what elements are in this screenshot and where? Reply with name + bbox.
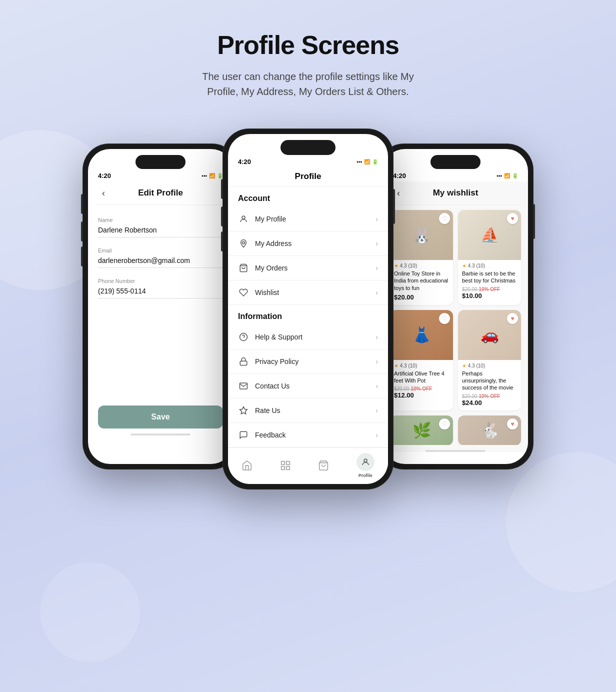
rating-1: ★ 4.3 (10) bbox=[394, 263, 449, 268]
name-label: Name bbox=[98, 217, 223, 223]
dynamic-island-left bbox=[136, 155, 186, 169]
svg-point-1 bbox=[242, 242, 245, 244]
chevron-icon: › bbox=[376, 264, 378, 272]
name-1: Online Toy Store in India from education… bbox=[394, 270, 449, 292]
price-4: $24.00 bbox=[462, 399, 517, 406]
rate-label: Rate Us bbox=[255, 406, 376, 414]
menu-item-contact[interactable]: Contact Us › bbox=[228, 374, 388, 398]
myprofile-label: My Profile bbox=[255, 215, 376, 223]
email-field[interactable]: Email darlenerobertson@gmail.com bbox=[98, 248, 223, 268]
nav-grid[interactable] bbox=[280, 460, 291, 471]
battery-icon-r: 🔋 bbox=[512, 173, 518, 178]
product-img-5: 🌿 ♡ bbox=[390, 416, 453, 445]
svg-point-0 bbox=[242, 216, 245, 219]
wifi-icon-c: 📶 bbox=[364, 159, 370, 164]
product-card-5[interactable]: 🌿 ♡ bbox=[390, 416, 453, 445]
help-label: Help & Support bbox=[255, 333, 376, 341]
wishlist-grid: 🐰 ♡ ★ 4.3 (10) Online Toy Store in India… bbox=[383, 205, 528, 445]
menu-item-rate[interactable]: Rate Us › bbox=[228, 398, 388, 423]
status-bar-right: 4:20 ▪▪▪ 📶 🔋 bbox=[383, 171, 528, 182]
name-field[interactable]: Name Darlene Robertson bbox=[98, 217, 223, 238]
menu-item-myprofile[interactable]: My Profile › bbox=[228, 207, 388, 232]
price-row-2: $20.00 10% OFF $10.00 bbox=[462, 286, 517, 300]
page-title: Profile Screens bbox=[10, 30, 606, 60]
name-3: Artificial Olive Tree 4 feet With Pot bbox=[394, 370, 449, 384]
dynamic-island-right bbox=[430, 155, 480, 169]
original-price-4: $20.00 10% OFF bbox=[462, 394, 517, 399]
location-icon bbox=[238, 238, 249, 249]
time-right: 4:20 bbox=[393, 172, 406, 180]
chevron-icon: › bbox=[376, 215, 378, 223]
discount-3: 10% OFF bbox=[410, 386, 432, 392]
product-img-4: 🚗 ♥ bbox=[458, 310, 521, 360]
profile-nav-label: Profile bbox=[358, 473, 372, 478]
phones-container: 4:20 ▪▪▪ 📶 🔋 ‹ Edit Profile Name Darlene… bbox=[0, 114, 616, 519]
wishlist-label: Wishlist bbox=[255, 288, 376, 296]
form-section: Name Darlene Robertson Email darlenerobe… bbox=[88, 205, 233, 320]
wifi-icon-r: 📶 bbox=[504, 173, 510, 178]
chevron-icon: › bbox=[376, 382, 378, 390]
rating-2: ★ 4.3 (10) bbox=[462, 263, 517, 268]
question-icon bbox=[238, 332, 249, 342]
back-button[interactable]: ‹ bbox=[96, 186, 111, 200]
menu-item-privacy[interactable]: Privacy Policy › bbox=[228, 350, 388, 374]
edit-profile-nav: ‹ Edit Profile bbox=[88, 182, 233, 204]
star-icon bbox=[238, 405, 249, 416]
wishlist-nav: ‹ My wishlist bbox=[383, 182, 528, 204]
edit-profile-screen: ‹ Edit Profile Name Darlene Robertson Em… bbox=[88, 182, 233, 436]
chevron-icon: › bbox=[376, 288, 378, 296]
chevron-icon: › bbox=[376, 358, 378, 366]
chevron-icon: › bbox=[376, 240, 378, 248]
product-card-2[interactable]: ⛵ ♥ ★ 4.3 (10) Barbie is set to be the b… bbox=[458, 210, 521, 305]
svg-marker-6 bbox=[240, 407, 248, 414]
bag-icon bbox=[238, 262, 249, 274]
heart-btn-6[interactable]: ♥ bbox=[507, 418, 518, 430]
save-button[interactable]: Save bbox=[98, 406, 223, 428]
product-card-6[interactable]: 🐇 ♥ bbox=[458, 416, 521, 445]
price-row-4: $20.00 10% OFF $24.00 bbox=[462, 394, 517, 406]
envelope-icon bbox=[238, 380, 249, 392]
bottom-nav: Profile bbox=[228, 448, 388, 481]
contact-label: Contact Us bbox=[255, 382, 376, 390]
battery-icon-c: 🔋 bbox=[372, 159, 378, 164]
heart-btn-2[interactable]: ♥ bbox=[507, 213, 518, 224]
nav-home[interactable] bbox=[242, 460, 252, 471]
status-bar-center: 4:20 ▪▪▪ 📶 🔋 bbox=[228, 157, 388, 168]
product-card-4[interactable]: 🚗 ♥ ★ 4.3 (10) Perhaps unsurprisingly, t… bbox=[458, 310, 521, 410]
heart-btn-5[interactable]: ♡ bbox=[439, 418, 450, 430]
product-card-1[interactable]: 🐰 ♡ ★ 4.3 (10) Online Toy Store in India… bbox=[390, 210, 453, 305]
nav-profile[interactable]: Profile bbox=[356, 453, 374, 478]
heart-btn-4[interactable]: ♥ bbox=[507, 313, 518, 324]
heart-icon bbox=[238, 287, 249, 298]
menu-item-feedback[interactable]: Feedback › bbox=[228, 423, 388, 448]
profile-screen: Profile Account My Profile › My Address … bbox=[228, 168, 388, 484]
price-1: $20.00 bbox=[394, 294, 449, 301]
product-info-2: ★ 4.3 (10) Barbie is set to be the best … bbox=[458, 260, 521, 304]
product-img-1: 🐰 ♡ bbox=[390, 210, 453, 260]
menu-item-help[interactable]: Help & Support › bbox=[228, 325, 388, 350]
wishlist-title: My wishlist bbox=[433, 188, 478, 198]
email-value: darlenerobertson@gmail.com bbox=[98, 256, 223, 268]
myorders-label: My Orders bbox=[255, 264, 376, 272]
svg-rect-7 bbox=[282, 462, 284, 464]
menu-item-myorders[interactable]: My Orders › bbox=[228, 256, 388, 280]
signal-icon-c: ▪▪▪ bbox=[356, 159, 362, 164]
heart-btn-1[interactable]: ♡ bbox=[439, 213, 450, 224]
right-phone-inner: 4:20 ▪▪▪ 📶 🔋 ‹ My wishlist � bbox=[383, 149, 528, 464]
product-card-3[interactable]: 👗 ♡ ★ 4.3 (10) Artificial Olive Tree 4 f… bbox=[390, 310, 453, 410]
menu-item-myaddress[interactable]: My Address › bbox=[228, 232, 388, 256]
heart-btn-3[interactable]: ♡ bbox=[439, 313, 450, 324]
menu-item-wishlist[interactable]: Wishlist › bbox=[228, 280, 388, 305]
nav-bag[interactable] bbox=[318, 460, 329, 471]
chat-icon bbox=[238, 430, 249, 440]
phone-field[interactable]: Phone Number (219) 555-0114 bbox=[98, 278, 223, 298]
price-row-3: $20.00 10% OFF $12.00 bbox=[394, 386, 449, 399]
privacy-label: Privacy Policy bbox=[255, 358, 376, 366]
wishlist-screen: ‹ My wishlist 🐰 ♡ ★ 4.3 (10) Online Toy … bbox=[383, 182, 528, 452]
bg-decoration-bottom bbox=[40, 562, 140, 662]
left-phone-inner: 4:20 ▪▪▪ 📶 🔋 ‹ Edit Profile Name Darlene… bbox=[88, 149, 233, 464]
info-section-title: Information bbox=[228, 305, 388, 325]
svg-rect-10 bbox=[282, 466, 284, 470]
signal-icon-r: ▪▪▪ bbox=[496, 173, 502, 178]
home-indicator-right bbox=[426, 450, 486, 452]
